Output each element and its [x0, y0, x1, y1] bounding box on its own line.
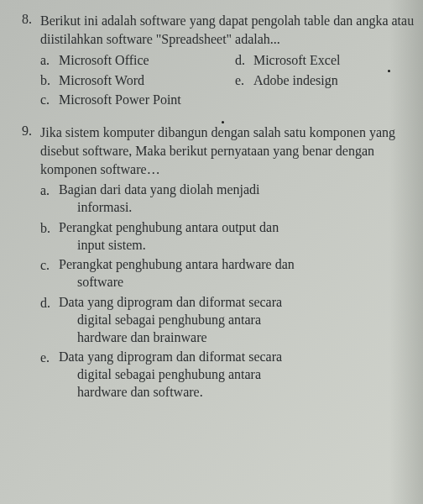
option-9b-label: b. [40, 219, 54, 255]
option-9d-line1: Data yang diprogram dan diformat secara [59, 295, 282, 309]
option-9b: b. Perangkat penghubung antara output da… [40, 219, 415, 255]
question-8-options: a. Microsoft Office b. Microsoft Word c.… [15, 51, 415, 110]
option-9d: d. Data yang diprogram dan diformat seca… [40, 294, 415, 346]
question-8: 8. Berikut ini adalah software yang dapa… [15, 12, 415, 110]
mark-dot-icon [222, 121, 224, 123]
option-8a: a. Microsoft Office [40, 51, 235, 70]
option-8d: d. Microsoft Excel [235, 51, 415, 70]
option-9e-line3: hardware dan software. [59, 385, 203, 399]
question-9-text: Jika sistem komputer dibangun dengan sal… [40, 123, 415, 178]
option-9a: a. Bagian dari data yang diolah menjadi … [40, 181, 415, 217]
option-9e-line2: digital sebagai penghubung antara [59, 367, 261, 381]
option-9b-line1: Perangkat penghubung antara output dan [59, 220, 279, 234]
option-9c-label: c. [40, 256, 54, 291]
option-8a-label: a. [40, 51, 54, 70]
option-9c: c. Perangkat penghubung antara hardware … [40, 256, 415, 291]
option-8b-label: b. [40, 71, 54, 90]
question-8-col-left: a. Microsoft Office b. Microsoft Word c.… [40, 51, 235, 110]
option-9c-line2: software [59, 275, 123, 289]
option-9d-line3: hardware dan brainware [59, 330, 207, 344]
option-9c-text: Perangkat penghubung antara hardware dan… [59, 256, 415, 291]
option-9e-text: Data yang diprogram dan diformat secara … [59, 349, 415, 401]
question-8-col-right: d. Microsoft Excel e. Adobe indesign [235, 51, 415, 110]
option-9e-label: e. [40, 349, 54, 401]
option-8e-label: e. [235, 71, 248, 90]
option-8e: e. Adobe indesign [235, 71, 415, 90]
option-9b-line2: input sistem. [59, 238, 146, 252]
question-8-text: Berikut ini adalah software yang dapat p… [40, 12, 415, 48]
option-8c: c. Microsoft Power Point [40, 91, 235, 109]
option-8b: b. Microsoft Word [40, 71, 235, 90]
question-8-number: 8. [15, 12, 32, 48]
option-8c-text: Microsoft Power Point [59, 91, 235, 109]
question-9-header: 9. Jika sistem komputer dibangun dengan … [15, 123, 415, 178]
option-9a-line1: Bagian dari data yang diolah menjadi [59, 182, 259, 197]
option-8b-text: Microsoft Word [59, 71, 235, 90]
option-9d-text: Data yang diprogram dan diformat secara … [59, 294, 415, 346]
option-8d-label: d. [235, 51, 248, 70]
question-8-header: 8. Berikut ini adalah software yang dapa… [15, 12, 415, 48]
option-8e-text: Adobe indesign [253, 71, 415, 90]
question-9-options: a. Bagian dari data yang diolah menjadi … [15, 181, 415, 402]
option-9c-line1: Perangkat penghubung antara hardware dan [59, 257, 295, 271]
question-9-number: 9. [15, 123, 32, 178]
mark-dot-icon [388, 70, 390, 72]
option-8c-label: c. [40, 91, 54, 109]
option-9a-label: a. [40, 181, 54, 217]
option-8d-text: Microsoft Excel [253, 51, 415, 70]
question-9: 9. Jika sistem komputer dibangun dengan … [15, 123, 415, 401]
option-9d-line2: digital sebagai penghubung antara [59, 312, 261, 327]
option-9a-text: Bagian dari data yang diolah menjadi inf… [59, 181, 415, 217]
option-9a-line2: informasi. [59, 200, 132, 214]
option-9e: e. Data yang diprogram dan diformat seca… [40, 349, 415, 401]
option-9b-text: Perangkat penghubung antara output dan i… [59, 219, 415, 255]
option-8a-text: Microsoft Office [59, 51, 235, 70]
option-9d-label: d. [40, 294, 54, 346]
option-9e-line1: Data yang diprogram dan diformat secara [59, 349, 282, 364]
